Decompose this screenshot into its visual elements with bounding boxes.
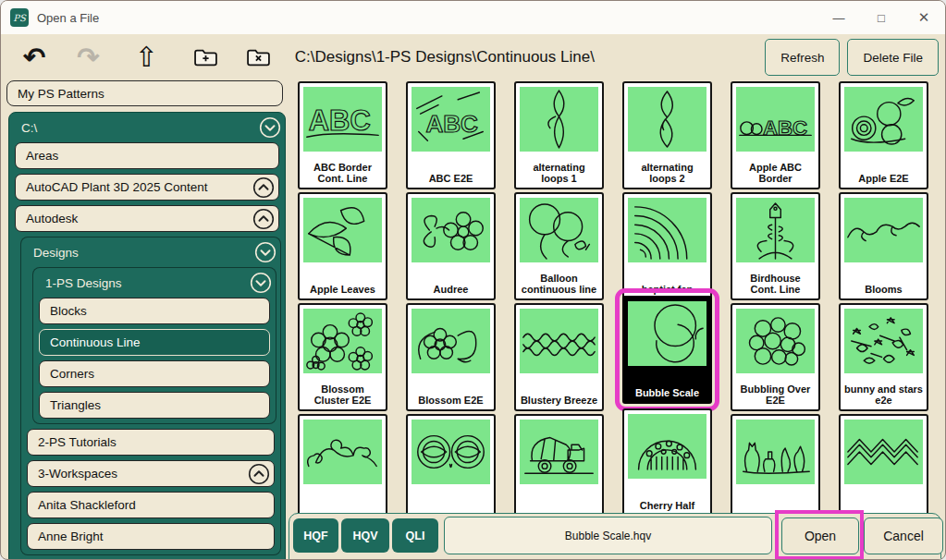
cancel-button[interactable]: Cancel (864, 517, 943, 554)
pattern-card[interactable] (298, 414, 387, 515)
tree-node-2-ps-tutorials[interactable]: 2-PS Tutorials (27, 429, 275, 456)
pattern-card[interactable] (731, 414, 820, 515)
pattern-label: Balloon continuous line (520, 262, 598, 297)
pattern-card[interactable]: Balloon continuous line (514, 192, 604, 300)
tree-node-blocks[interactable]: Blocks (39, 298, 270, 324)
apple-leaves-pattern-icon (303, 198, 382, 262)
blustery-breeze-pattern-icon (520, 309, 598, 373)
pattern-card[interactable]: ABC ABC Border Cont. Line (298, 81, 387, 189)
pattern-label: Apple ABC Border (736, 152, 815, 186)
pattern-card[interactable]: alternating loops 2 (622, 81, 712, 189)
tree-node-autodesk[interactable]: Autodesk (15, 205, 279, 232)
tree-node-1-ps-designs[interactable]: 1-PS Designs (33, 268, 276, 298)
pattern-card[interactable]: Apple E2E (839, 81, 928, 189)
pattern-label: Blooms (844, 262, 923, 297)
cherry-half-pattern-icon (628, 414, 706, 479)
close-button[interactable]: ✕ (903, 1, 945, 34)
tree-node-corners[interactable]: Corners (39, 360, 270, 387)
pattern-card[interactable]: bunny and stars e2e (839, 303, 928, 411)
undo-arrow-icon: ↶ (23, 44, 45, 71)
swirl-scroll-pattern-icon (303, 420, 382, 484)
delete-folder-icon (246, 48, 271, 67)
tree-node-3-workspaces[interactable]: 3-Workspaces (27, 460, 275, 487)
pattern-card[interactable]: Blooms (839, 192, 928, 300)
pattern-thumbnail (520, 87, 598, 152)
toolbar: ↶ ↷ ⇧ C:\Designs\1-PS Designs\Continuous… (1, 34, 945, 80)
delete-folder-button[interactable] (246, 48, 271, 67)
delete-file-button[interactable]: Delete File (847, 39, 939, 76)
open-button[interactable]: Open (781, 517, 859, 554)
my-ps-patterns-button[interactable]: My PS Patterns (6, 80, 283, 106)
zigzag-pattern-icon (844, 420, 923, 484)
tree-node-areas[interactable]: Areas (15, 142, 279, 169)
pattern-thumbnail (736, 198, 815, 262)
apple-e2e-pattern-icon (844, 87, 923, 152)
pattern-card[interactable]: Birdhouse Cont. Line (731, 192, 820, 300)
pattern-card[interactable] (406, 414, 496, 515)
maximize-button[interactable]: □ (860, 1, 903, 34)
pattern-thumbnail (303, 420, 382, 484)
bottom-bar: HQF HQV QLI Bubble Scale.hqv Open Cancel (289, 513, 941, 560)
forward-button[interactable]: ↷ (77, 44, 99, 71)
pattern-thumbnail (628, 198, 706, 262)
refresh-button[interactable]: Refresh (765, 39, 840, 76)
pattern-card[interactable]: ABC Apple ABC Border (731, 81, 820, 189)
chevron-down-icon[interactable] (259, 116, 281, 139)
alternating-loops-2-pattern-icon (628, 87, 706, 152)
filter-qli-button[interactable]: QLI (392, 518, 438, 553)
chevron-up-icon[interactable] (248, 463, 270, 485)
pattern-thumbnail (844, 198, 923, 262)
tree-node-anne-bright[interactable]: Anne Bright (27, 523, 275, 550)
tree-node-label: 1-PS Designs (45, 276, 122, 290)
pattern-card[interactable] (839, 414, 928, 515)
pattern-card[interactable]: Cherry Half (622, 408, 712, 515)
tree-node-c-drive[interactable]: C:\ (9, 113, 285, 142)
pattern-card[interactable]: Bubbling Over E2E (731, 303, 820, 411)
pattern-card[interactable] (514, 414, 604, 515)
chevron-up-icon[interactable] (252, 177, 275, 199)
up-folder-button[interactable]: ⇧ (135, 43, 158, 71)
filter-hqf-button[interactable]: HQF (293, 518, 338, 553)
new-folder-button[interactable] (193, 48, 218, 67)
minimize-button[interactable]: — (817, 1, 860, 34)
open-button-highlight: Open (775, 510, 864, 560)
bubbling-over-pattern-icon (736, 309, 815, 373)
pattern-thumbnail (412, 198, 490, 262)
pattern-thumbnail (520, 309, 598, 373)
tree-node-autocad[interactable]: AutoCAD Plant 3D 2025 Content (15, 174, 279, 201)
new-folder-icon (193, 48, 218, 67)
tree-node-label: AutoCAD Plant 3D 2025 Content (26, 180, 208, 194)
filename-field[interactable]: Bubble Scale.hqv (444, 517, 772, 554)
pattern-card[interactable]: alternating loops 1 (514, 81, 604, 189)
pattern-thumbnail (412, 420, 490, 484)
pattern-card[interactable]: Blustery Breeze (514, 303, 604, 411)
pattern-card[interactable]: Blossom Cluster E2E (298, 303, 387, 411)
pattern-card[interactable]: Apple Leaves (298, 192, 387, 300)
pattern-thumbnail (412, 309, 490, 373)
tree-node-anita-shackleford[interactable]: Anita Shackleford (27, 492, 275, 518)
chevron-down-icon[interactable] (250, 272, 272, 294)
balloon-pattern-icon (520, 198, 598, 262)
tree-branch-designs: Designs 1-PS Designs Blocks Continuous L… (20, 237, 281, 555)
tree-node-designs[interactable]: Designs (21, 237, 280, 267)
pattern-card-selected[interactable]: Bubble Scale (622, 296, 712, 404)
pattern-card[interactable]: ABC ABC E2E (406, 81, 496, 189)
pattern-thumbnail (736, 309, 815, 373)
tree-node-continuous-line[interactable]: Continuous Line (39, 329, 270, 356)
chevron-up-icon[interactable] (252, 208, 275, 230)
pattern-thumbnail (303, 309, 382, 373)
tree-node-label: Designs (33, 246, 79, 260)
chess-pieces-pattern-icon (736, 420, 815, 484)
pattern-card[interactable]: baptist fan (622, 192, 712, 300)
filter-hqv-button[interactable]: HQV (341, 518, 389, 553)
folder-tree: C:\ Areas AutoCAD Plant 3D 2025 Content … (8, 112, 286, 560)
pattern-label: Bubbling Over E2E (736, 373, 815, 408)
pattern-label: Birdhouse Cont. Line (736, 262, 815, 297)
chevron-down-icon[interactable] (254, 241, 276, 263)
tree-node-triangles[interactable]: Triangles (39, 392, 270, 419)
pattern-label: alternating loops 1 (520, 152, 598, 186)
back-button[interactable]: ↶ (23, 44, 45, 71)
pattern-card[interactable]: Blossom E2E (406, 303, 496, 411)
pattern-card[interactable]: Audree (406, 192, 496, 300)
bunny-and-stars-pattern-icon (844, 309, 923, 373)
